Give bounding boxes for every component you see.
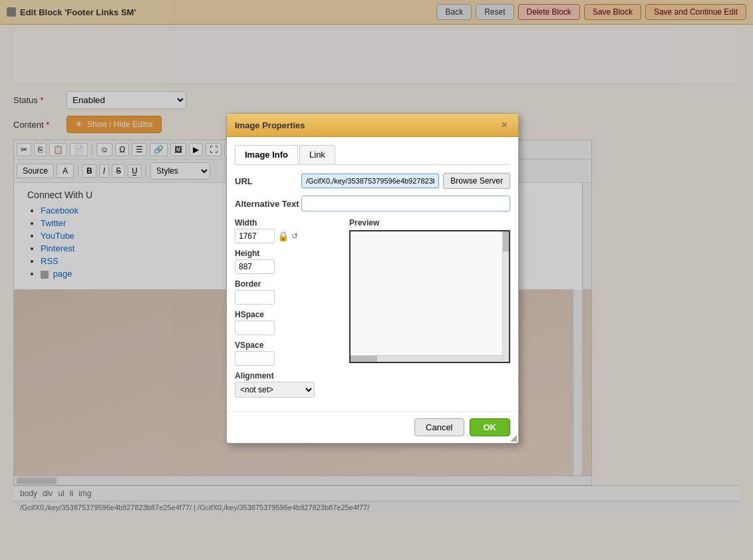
url-input-group: Browse Server	[301, 173, 510, 189]
border-input[interactable]	[235, 290, 275, 305]
modal-title: Image Properties	[235, 120, 305, 130]
vspace-label: VSpace	[235, 341, 341, 350]
alt-text-input[interactable]	[301, 196, 510, 211]
cancel-button[interactable]: Cancel	[414, 418, 464, 436]
hspace-input[interactable]	[235, 321, 275, 335]
tab-image-info[interactable]: Image Info	[235, 145, 298, 164]
preview-scrollbar-thumb	[503, 231, 509, 251]
preview-scrollbar-h-thumb	[351, 356, 377, 362]
modal-close-button[interactable]: ×	[499, 119, 510, 131]
modal-tabs: Image Info Link	[235, 145, 510, 165]
height-group: Height	[235, 249, 341, 274]
browse-server-button[interactable]: Browse Server	[443, 173, 510, 189]
preview-scrollbar-v[interactable]	[502, 231, 509, 362]
url-input[interactable]	[301, 174, 439, 188]
url-row: URL Browse Server	[235, 173, 510, 189]
modal-two-col: Width 🔒 ↺ Height Border	[235, 218, 510, 403]
width-label: Width	[235, 218, 341, 227]
tab-link[interactable]: Link	[299, 145, 335, 164]
preview-label: Preview	[349, 218, 510, 227]
alt-text-label: Alternative Text	[235, 196, 301, 209]
modal-resize-handle[interactable]	[509, 434, 518, 443]
alignment-label: Alignment	[235, 371, 341, 380]
alignment-group: Alignment <not set> left right top middl…	[235, 371, 341, 398]
ok-button[interactable]: OK	[470, 418, 511, 436]
hspace-label: HSpace	[235, 310, 341, 319]
modal-left-col: Width 🔒 ↺ Height Border	[235, 218, 341, 403]
width-group: Width 🔒 ↺	[235, 218, 341, 243]
modal-header: Image Properties ×	[227, 114, 518, 137]
border-label: Border	[235, 279, 341, 289]
width-input[interactable]	[235, 229, 275, 243]
modal-footer: Cancel OK	[227, 411, 518, 443]
border-group: Border	[235, 279, 341, 305]
modal-body: Image Info Link URL Browse Server Altern…	[227, 137, 518, 411]
vspace-input[interactable]	[235, 351, 275, 366]
refresh-icon[interactable]: ↺	[291, 231, 298, 241]
hspace-group: HSpace	[235, 310, 341, 335]
preview-scrollbar-h[interactable]	[351, 355, 502, 362]
vspace-group: VSpace	[235, 341, 341, 366]
alignment-select[interactable]: <not set> left right top middle bottom	[235, 382, 315, 398]
height-input[interactable]	[235, 259, 275, 274]
height-label: Height	[235, 249, 341, 258]
width-row: 🔒 ↺	[235, 229, 341, 243]
lock-icon[interactable]: 🔒	[277, 231, 289, 241]
preview-box	[349, 230, 510, 363]
modal-right-col: Preview	[349, 218, 510, 403]
url-label: URL	[235, 173, 301, 186]
image-properties-modal: Image Properties × Image Info Link URL B…	[226, 113, 519, 444]
alt-text-row: Alternative Text	[235, 196, 510, 211]
